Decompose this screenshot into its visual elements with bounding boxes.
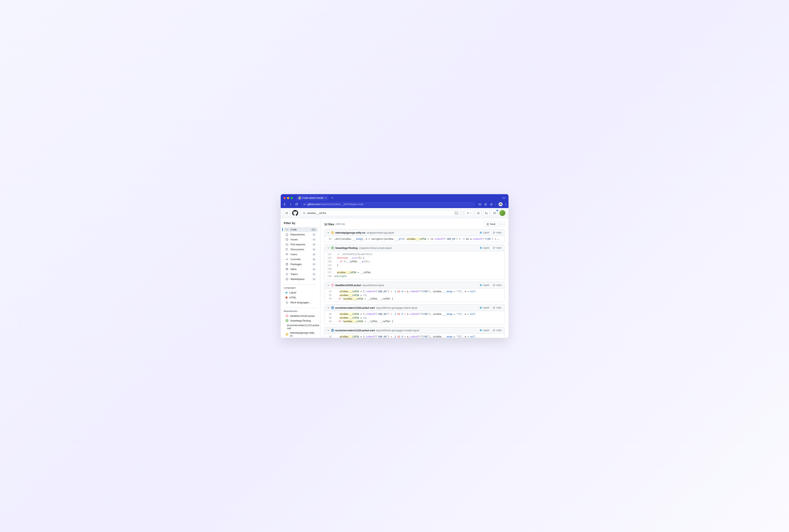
user-avatar[interactable]	[499, 210, 505, 216]
code-line[interactable]: 28 window.__isPSA = t.indexOf("x86_64") …	[325, 335, 504, 338]
language-dot-icon	[286, 292, 287, 293]
forward-button[interactable]	[289, 203, 292, 206]
code-line[interactable]: 35 window.__isPSA = !1;	[325, 293, 504, 297]
filter-repo[interactable]: olehstep/george-willy-nz	[284, 330, 318, 338]
result-branch[interactable]: main	[493, 329, 501, 332]
result-branch[interactable]: main	[493, 231, 501, 234]
collapse-icon[interactable]	[327, 247, 329, 249]
result-path[interactable]: · layout/theme.liquid	[361, 284, 384, 287]
collapse-icon[interactable]	[327, 307, 329, 309]
filter-type-discussions[interactable]: Discussions 0	[284, 247, 318, 252]
filter-repo[interactable]: ecommercedev1112/Laclavi-cart	[284, 323, 318, 330]
code-line[interactable]: 134 if (!__isPSA) __as(l);	[325, 260, 504, 263]
code-line[interactable]: 136	[325, 267, 504, 271]
svg-point-8	[303, 212, 305, 214]
filter-type-issues[interactable]: Issues 0	[284, 237, 318, 242]
hamburger-menu-button[interactable]	[284, 210, 290, 216]
type-label: Code	[291, 228, 297, 231]
code-text: if (window.__isPSA = __isPSA, __isPSA) {	[334, 297, 393, 301]
filter-type-wikis[interactable]: Wikis 0	[284, 267, 318, 272]
code-line[interactable]: 132 // _onChunkStyleLoad(this)	[325, 252, 504, 256]
result-path[interactable]: · snippets/critical-scripts.liquid	[358, 246, 392, 249]
type-icon	[286, 278, 289, 281]
browser-tab[interactable]: Code search results ×	[296, 195, 329, 201]
result-path[interactable]: · layout/theme.gempages.header.liquid	[375, 329, 419, 332]
install-app-icon[interactable]	[478, 203, 481, 206]
code-line[interactable]: 28 window.__isPSA = t.indexOf("x86_64") …	[325, 312, 504, 316]
code-line[interactable]: 39 if (window.__isPSA = __isPSA, __isPSA…	[325, 297, 504, 301]
filter-type-users[interactable]: Users 0	[284, 252, 318, 257]
filter-type-repositories[interactable]: Repositories 0	[284, 232, 318, 237]
back-button[interactable]	[283, 203, 286, 206]
create-new-button[interactable]	[465, 210, 474, 216]
github-body: Filter by Code 12 Repositories 0 Issues …	[281, 218, 508, 338]
result-branch[interactable]: main	[493, 284, 501, 286]
code-line[interactable]: 30 window.__isPSA = !1;	[325, 316, 504, 320]
filter-repo[interactable]: Sweetlegs/Testing	[284, 318, 318, 323]
issues-button[interactable]	[475, 210, 482, 216]
notifications-button[interactable]	[491, 210, 498, 216]
site-info-icon[interactable]	[304, 203, 306, 206]
reload-button[interactable]	[295, 203, 298, 206]
code-line[interactable]: 133 function __ocsl(l) {	[325, 256, 504, 260]
owner-avatar-icon[interactable]	[331, 284, 334, 287]
more-options-button[interactable]	[499, 221, 504, 227]
result-path[interactable]: · layout/theme.gempages.blank.liquid	[375, 306, 417, 309]
collapse-icon[interactable]	[327, 329, 329, 331]
owner-avatar-icon[interactable]	[331, 231, 334, 234]
github-logo-icon[interactable]	[292, 210, 298, 216]
owner-avatar-icon[interactable]	[331, 306, 334, 309]
svg-point-38	[493, 307, 494, 307]
browser-menu-icon[interactable]	[505, 203, 506, 206]
code-text: window.__isPSA = !1;	[334, 316, 367, 320]
result-repo-link[interactable]: Sweetlegs/Testing	[335, 246, 358, 249]
collapse-icon[interactable]	[327, 232, 329, 234]
code-line[interactable]: 33 window.__isPSA = t.indexOf("x86_64") …	[325, 290, 504, 293]
svg-point-30	[493, 233, 494, 234]
branch-label: main	[496, 306, 501, 309]
result-repo-link[interactable]: olehstep/george-willy-nz	[335, 231, 365, 234]
filter-type-pull-requests[interactable]: Pull requests 0	[284, 242, 318, 247]
close-tab-icon[interactable]: ×	[325, 196, 326, 199]
profile-avatar-icon[interactable]	[499, 202, 503, 206]
code-line[interactable]: 137 window.__isPSA = __isPSA;	[325, 271, 504, 274]
result-path[interactable]: · snippets/head-tag.liquid	[365, 231, 394, 234]
more-languages-button[interactable]: More languages...	[284, 300, 318, 305]
result-branch[interactable]: main	[493, 246, 501, 249]
result-repo-link[interactable]: IdealDev1010/Laclavi	[335, 284, 361, 287]
code-line[interactable]: 56 …ator[window.___mnag], e = navigator[…	[325, 237, 504, 241]
pull-requests-button[interactable]	[483, 210, 490, 216]
owner-avatar-icon[interactable]	[331, 246, 334, 249]
filter-type-topics[interactable]: Topics 0	[284, 272, 318, 277]
line-number: 134	[327, 260, 334, 263]
filter-type-packages[interactable]: Packages 0	[284, 262, 318, 267]
filter-type-marketplace[interactable]: Marketplace 0	[284, 277, 318, 282]
filter-type-code[interactable]: Code 12	[284, 227, 318, 232]
owner-avatar-icon[interactable]	[331, 329, 334, 332]
code-line[interactable]: 135 }	[325, 264, 504, 267]
extensions-icon[interactable]	[490, 203, 493, 206]
window-close-button[interactable]	[284, 197, 286, 199]
code-line[interactable]: 34 if (window.__isPSA = __isPSA, __isPSA…	[325, 320, 504, 323]
window-maximize-button[interactable]	[291, 197, 293, 199]
result-branch[interactable]: main	[493, 306, 501, 309]
search-value: window.__isPSA	[307, 212, 326, 214]
filter-language-html[interactable]: HTML	[284, 295, 318, 300]
github-search-input[interactable]: window.__isPSA	[301, 210, 461, 216]
result-repo-link[interactable]: ecommercedev1112/Laclavi-cart	[335, 329, 375, 332]
window-minimize-button[interactable]	[287, 197, 289, 199]
filter-type-commits[interactable]: Commits 0	[284, 257, 318, 262]
result-header: IdealDev1010/Laclavi · layout/theme.liqu…	[325, 282, 504, 288]
result-repo-link[interactable]: ecommercedev1112/Laclavi-cart	[335, 306, 375, 309]
tab-overflow-button[interactable]	[501, 196, 506, 199]
save-search-button[interactable]: Save	[484, 221, 498, 227]
code-line[interactable]: 138 </script>	[325, 274, 504, 278]
svg-point-19	[286, 245, 286, 246]
command-palette-icon[interactable]	[455, 211, 458, 215]
bookmark-icon[interactable]	[484, 203, 487, 206]
filter-repo[interactable]: IdealDev1010/Laclavi	[284, 314, 318, 318]
new-tab-button[interactable]: +	[330, 196, 334, 200]
url-input[interactable]: github.com/search?q=window.__isPSA&type=…	[301, 202, 476, 207]
filter-language-liquid[interactable]: Liquid	[284, 290, 318, 295]
collapse-icon[interactable]	[327, 284, 329, 286]
